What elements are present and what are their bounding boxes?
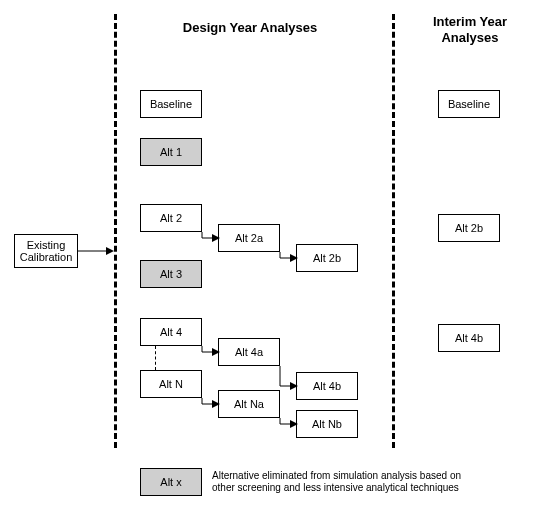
svg-marker-19 <box>290 420 298 428</box>
label-existing-calibration: Existing Calibration <box>15 239 77 263</box>
arrow-existing-to-design <box>78 244 114 258</box>
box-design-altNb: Alt Nb <box>296 410 358 438</box>
box-design-altNa: Alt Na <box>218 390 280 418</box>
svg-marker-10 <box>212 348 220 356</box>
label-design-alt3: Alt 3 <box>160 268 182 280</box>
label-design-baseline: Baseline <box>150 98 192 110</box>
label-design-alt2a: Alt 2a <box>235 232 263 244</box>
legend-text: Alternative eliminated from simulation a… <box>212 470 484 494</box>
box-design-alt2: Alt 2 <box>140 204 202 232</box>
label-interim-baseline: Baseline <box>448 98 490 110</box>
arrow-alt4a-to-alt4b <box>276 366 298 390</box>
box-design-alt1: Alt 1 <box>140 138 202 166</box>
svg-marker-13 <box>290 382 298 390</box>
box-design-alt2a: Alt 2a <box>218 224 280 252</box>
title-interim-year: Interim Year Analyses <box>415 14 525 45</box>
label-design-alt4a: Alt 4a <box>235 346 263 358</box>
label-interim-alt2b: Alt 2b <box>455 222 483 234</box>
legend-box-altx: Alt x <box>140 468 202 496</box>
svg-marker-1 <box>106 247 114 255</box>
arrow-alt2-to-alt2a <box>198 232 220 244</box>
box-design-alt4: Alt 4 <box>140 318 202 346</box>
box-design-altN: Alt N <box>140 370 202 398</box>
title-design-year: Design Year Analyses <box>150 20 350 36</box>
box-design-alt4a: Alt 4a <box>218 338 280 366</box>
svg-marker-7 <box>290 254 298 262</box>
box-existing-calibration: Existing Calibration <box>14 234 78 268</box>
label-design-altN: Alt N <box>159 378 183 390</box>
box-design-alt4b: Alt 4b <box>296 372 358 400</box>
divider-right <box>392 14 395 448</box>
label-design-alt1: Alt 1 <box>160 146 182 158</box>
box-design-alt3: Alt 3 <box>140 260 202 288</box>
label-legend-altx: Alt x <box>160 476 181 488</box>
box-interim-baseline: Baseline <box>438 90 500 118</box>
box-interim-alt2b: Alt 2b <box>438 214 500 242</box>
label-design-altNb: Alt Nb <box>312 418 342 430</box>
alt4-to-altN-dashed <box>155 346 156 370</box>
label-design-alt4: Alt 4 <box>160 326 182 338</box>
label-design-alt2: Alt 2 <box>160 212 182 224</box>
arrow-alt2a-to-alt2b <box>276 252 298 264</box>
box-design-baseline: Baseline <box>140 90 202 118</box>
label-design-alt2b: Alt 2b <box>313 252 341 264</box>
label-design-alt4b: Alt 4b <box>313 380 341 392</box>
box-design-alt2b: Alt 2b <box>296 244 358 272</box>
box-interim-alt4b: Alt 4b <box>438 324 500 352</box>
arrow-altN-to-altNa <box>198 398 220 410</box>
arrow-altNa-to-altNb <box>276 418 298 430</box>
arrow-alt4-to-alt4a <box>198 346 220 358</box>
svg-marker-16 <box>212 400 220 408</box>
divider-left <box>114 14 117 448</box>
label-interim-alt4b: Alt 4b <box>455 332 483 344</box>
svg-marker-4 <box>212 234 220 242</box>
label-design-altNa: Alt Na <box>234 398 264 410</box>
